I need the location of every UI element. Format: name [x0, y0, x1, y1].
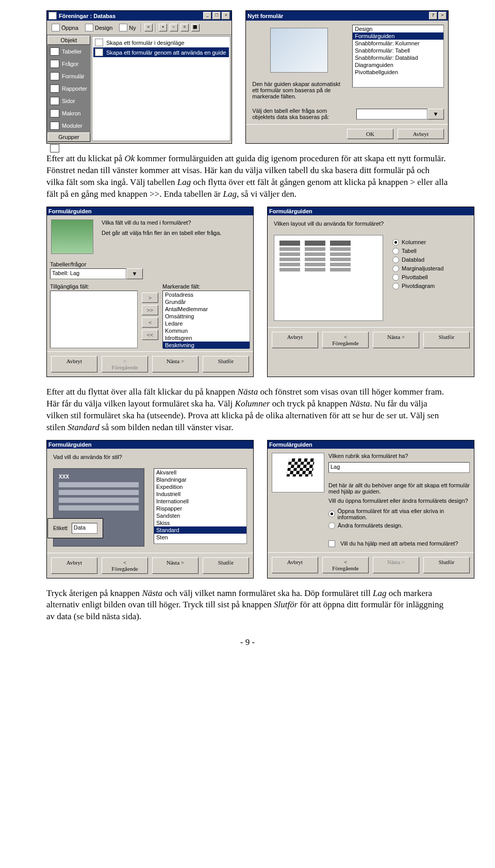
minimize-button[interactable]: _ [203, 12, 211, 20]
wizard-icon [95, 48, 103, 56]
wizard-question: Vilken rubrik ska formuläret ha? [328, 453, 470, 459]
radio-datablad[interactable]: Datablad [392, 256, 468, 264]
next-button[interactable]: Nästa > [373, 332, 419, 348]
wizard-preview-image [270, 28, 328, 73]
cancel-button[interactable]: Avbryt [398, 129, 444, 139]
sidebar-rapporter[interactable]: Rapporter [47, 82, 91, 95]
list-item[interactable]: Pivottabellguiden [353, 69, 443, 76]
list-item-selected[interactable]: Skapa ett formulär genom att använda en … [93, 47, 229, 57]
prev-button[interactable]: < Föregående [322, 332, 369, 348]
radio-open-form[interactable]: Öppna formuläret för att visa eller skri… [328, 507, 470, 521]
forms-icon [50, 72, 59, 80]
cancel-button[interactable]: Avbryt [51, 356, 97, 372]
radio-pivottabell[interactable]: Pivottabell [392, 273, 468, 282]
db-icon [48, 12, 57, 20]
radio-marginal[interactable]: Marginaljusterad [392, 264, 468, 273]
list-item[interactable]: Design [353, 25, 443, 32]
view-large-button[interactable]: ▪ [159, 24, 167, 31]
view-list-button[interactable]: ≡ [180, 24, 189, 31]
wizard-fields-dialog: Formulärguiden Vilka fält vill du ta med… [46, 207, 254, 377]
cancel-button[interactable]: Avbryt [272, 332, 318, 348]
paragraph-1: Efter att du klickat på Ok kommer formul… [46, 153, 449, 200]
cancel-button[interactable]: Avbryt [272, 557, 318, 573]
subtext-2: Vill du öppna formuläret eller ändra for… [328, 498, 470, 504]
paragraph-2: Efter att du flyttat över alla fält klic… [46, 386, 449, 434]
style-list[interactable]: AkvarellBlandningarExpeditionIndustriell… [154, 468, 247, 544]
list-item[interactable]: Snabbformulär: Datablad [353, 54, 443, 61]
list-item-selected[interactable]: Formulärguiden [353, 32, 443, 40]
new-button[interactable]: Ny [117, 22, 138, 33]
style-preview: XXX EtikettData [53, 468, 144, 547]
view-details-button[interactable]: ▦ [191, 24, 200, 31]
sidebar-fragor[interactable]: Frågor [47, 58, 91, 70]
form-type-list[interactable]: Design Formulärguiden Snabbformulär: Kol… [352, 25, 444, 88]
design-button[interactable]: Design [83, 22, 114, 33]
prev-button[interactable]: < Föregående [102, 557, 148, 574]
table-combo[interactable]: Tabell: Lag [50, 268, 126, 279]
prev-button[interactable]: < Föregående [322, 557, 369, 573]
sidebar-sidor[interactable]: Sidor [47, 95, 91, 107]
close-button[interactable]: × [438, 12, 447, 20]
back-one-button[interactable]: < [142, 317, 158, 328]
selected-list[interactable]: PostadressGrundårAntalMedlemmarOmsättnin… [162, 291, 250, 348]
maximize-button[interactable]: □ [212, 12, 221, 20]
move-all-button[interactable]: >> [142, 305, 158, 315]
wizard-description: Den här guiden skapar automatiskt ett fo… [250, 81, 348, 99]
wizard-style-dialog: Formulärguiden Vad vill du använda för s… [46, 440, 254, 578]
fav-icon [50, 144, 59, 152]
wizard-question: Vilka fält vill du ta med i formuläret? [102, 219, 249, 226]
titlebar: Formulärguiden [268, 440, 474, 449]
help-button[interactable]: ? [429, 12, 437, 20]
sidebar-tabeller[interactable]: Tabeller [47, 45, 91, 58]
help-checkbox[interactable]: Vill du ha hjälp med att arbeta med form… [328, 539, 470, 548]
radio-edit-design[interactable]: Ändra formulärets design. [328, 521, 470, 530]
list-item[interactable]: Diagramguiden [353, 61, 443, 69]
wizard-image [51, 219, 93, 254]
next-button[interactable]: Nästa > [152, 356, 199, 372]
sidebar-formular[interactable]: Formulär [47, 70, 91, 82]
radio-kolumner[interactable]: Kolumner [392, 238, 468, 247]
next-button[interactable]: Nästa > [373, 557, 419, 573]
radio-tabell[interactable]: Tabell [392, 247, 468, 256]
next-button[interactable]: Nästa > [152, 557, 199, 574]
window-title: Föreningar : Databas [59, 13, 116, 19]
database-window: Föreningar : Databas _ □ × Öppna Design … [46, 10, 232, 144]
wizard-question: Vad vill du använda för stil? [53, 454, 250, 460]
finish-button[interactable]: Slutför [203, 356, 249, 372]
objekt-group[interactable]: Objekt [47, 36, 90, 45]
dropdown-button[interactable]: ▼ [126, 268, 143, 279]
source-combo[interactable] [356, 109, 427, 120]
wizard-layout-dialog: Formulärguiden Vilken layout vill du anv… [267, 207, 474, 377]
titlebar: Föreningar : Databas _ □ × [47, 11, 232, 21]
sidebar-makron[interactable]: Makron [47, 107, 91, 120]
delete-button[interactable]: × [144, 24, 153, 31]
move-one-button[interactable]: > [142, 293, 158, 303]
selected-label: Markerade fält: [162, 283, 250, 290]
queries-icon [50, 60, 59, 68]
radio-pivotdiagram[interactable]: Pivotdiagram [392, 282, 468, 291]
finish-button[interactable]: Slutför [423, 557, 470, 573]
view-small-button[interactable]: ▫ [170, 24, 178, 31]
available-list[interactable] [50, 291, 138, 348]
list-item[interactable]: Snabbformulär: Tabell [353, 47, 443, 54]
form-name-input[interactable]: Lag [328, 462, 470, 473]
list-item[interactable]: Snabbformulär: Kolumner [353, 40, 443, 47]
list-item[interactable]: Skapa ett formulär i designläge [93, 38, 229, 47]
finish-button[interactable]: Slutför [203, 557, 249, 574]
titlebar: Nytt formulär ? × [246, 11, 448, 21]
toolbar: Öppna Design Ny × ▪ ▫ ≡ ▦ [47, 21, 232, 35]
finish-button[interactable]: Slutför [423, 332, 470, 348]
grupper-group[interactable]: Grupper [47, 132, 90, 142]
wizard-question: Vilken layout vill du använda för formul… [274, 220, 471, 227]
back-all-button[interactable]: << [142, 330, 158, 340]
titlebar: Formulärguiden [47, 207, 253, 215]
open-button[interactable]: Öppna [50, 22, 80, 33]
cancel-button[interactable]: Avbryt [51, 557, 97, 574]
dropdown-button[interactable]: ▼ [427, 109, 444, 120]
sidebar-moduler[interactable]: Moduler [47, 120, 91, 132]
ok-button[interactable]: OK [347, 129, 393, 139]
wizard-icon [95, 39, 103, 46]
prev-button[interactable]: < Föregående [102, 356, 148, 372]
close-button[interactable]: × [222, 12, 230, 20]
open-icon [52, 24, 60, 31]
